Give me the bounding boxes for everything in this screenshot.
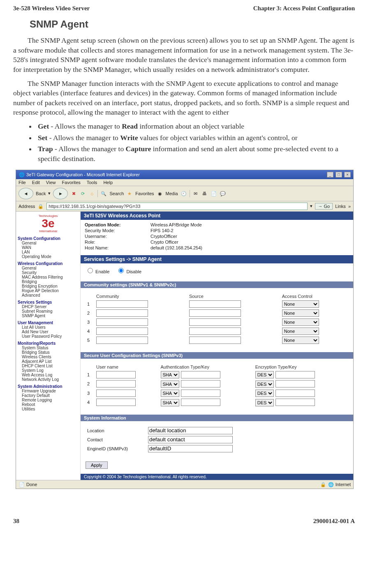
nav-item[interactable]: General [22, 266, 79, 270]
nav-item[interactable]: Reboot [22, 402, 79, 407]
source-input[interactable] [189, 300, 241, 308]
favorites-icon[interactable]: ★ [126, 190, 133, 197]
menu-file[interactable]: File [19, 180, 26, 185]
engineid-input[interactable] [148, 445, 233, 452]
discuss-icon[interactable]: 💬 [220, 190, 226, 197]
auth-type-select[interactable]: SHA [161, 390, 179, 397]
community-input[interactable] [96, 318, 148, 326]
address-dropdown-icon[interactable]: ▾ [310, 203, 312, 209]
back-dropdown-icon[interactable]: ▾ [48, 191, 51, 196]
links-label[interactable]: Links [335, 204, 346, 209]
source-input[interactable] [189, 337, 241, 344]
mail-icon[interactable]: ✉ [192, 190, 199, 197]
maximize-button[interactable]: □ [336, 172, 342, 178]
nav-item[interactable]: Operating Mode [22, 254, 79, 259]
nav-item[interactable]: SNMP Agent [22, 314, 79, 318]
nav-item[interactable]: System Status [22, 346, 79, 350]
media-label[interactable]: Media [166, 191, 178, 196]
search-label[interactable]: Search [109, 191, 124, 196]
nav-item[interactable]: User Password Policy [22, 334, 79, 339]
nav-item[interactable]: Remote Logging [22, 398, 79, 402]
auth-key-input[interactable] [181, 380, 220, 387]
nav-item[interactable]: Utilities [22, 407, 79, 411]
username-input[interactable] [96, 380, 136, 387]
source-input[interactable] [189, 318, 241, 326]
apply-button[interactable]: Apply [86, 461, 108, 469]
nav-item[interactable]: Security [22, 270, 79, 275]
menu-help[interactable]: Help [103, 180, 113, 185]
menu-view[interactable]: View [46, 180, 56, 185]
enc-key-input[interactable] [275, 371, 315, 378]
address-input[interactable] [46, 203, 308, 210]
nav-item[interactable]: Firmware Upgrade [22, 389, 79, 393]
source-input[interactable] [189, 309, 241, 317]
enc-type-select[interactable]: DES [255, 380, 274, 388]
enc-type-select[interactable]: DES [255, 399, 274, 406]
nav-item[interactable]: Network Activity Log [22, 377, 79, 382]
nav-item[interactable]: System Log [22, 368, 79, 373]
source-input[interactable] [189, 327, 241, 335]
nav-item[interactable]: Factory Default [22, 393, 79, 398]
nav-item[interactable]: Adjacent AP List [22, 359, 79, 364]
nav-item[interactable]: List All Users [22, 325, 79, 330]
access-select[interactable]: None [282, 337, 319, 344]
nav-item[interactable]: Web Access Log [22, 373, 79, 377]
enc-type-select[interactable]: DES [255, 390, 274, 397]
username-input[interactable] [96, 399, 136, 406]
edit-icon[interactable]: 📄 [211, 190, 217, 197]
nav-item[interactable]: Wireless Clients [22, 355, 79, 359]
nav-item[interactable]: DHCP Server [22, 304, 79, 309]
history-icon[interactable]: 🕘 [181, 190, 187, 197]
username-input[interactable] [96, 371, 136, 378]
print-icon[interactable]: 🖶 [201, 190, 208, 197]
enc-key-input[interactable] [275, 390, 315, 397]
community-input[interactable] [96, 337, 148, 344]
refresh-icon[interactable]: ⟳ [79, 190, 86, 197]
links-chevron-icon[interactable]: » [348, 204, 351, 209]
nav-item[interactable]: LAN [22, 250, 79, 254]
nav-item[interactable]: MAC Address Filtering [22, 275, 79, 279]
auth-type-select[interactable]: SHA [161, 399, 179, 406]
nav-item[interactable]: Advanced [22, 293, 79, 297]
back-button[interactable]: ◄ [19, 188, 33, 199]
access-select[interactable]: None [282, 327, 319, 335]
community-input[interactable] [96, 327, 148, 335]
auth-key-input[interactable] [181, 399, 220, 406]
close-button[interactable]: × [344, 172, 351, 178]
nav-item[interactable]: WAN [22, 245, 79, 250]
nav-item[interactable]: Bridging Encryption [22, 284, 79, 288]
nav-item[interactable]: Add New User [22, 330, 79, 334]
auth-key-input[interactable] [181, 390, 220, 397]
search-icon[interactable]: 🔍 [100, 190, 107, 197]
enc-key-input[interactable] [275, 380, 315, 387]
go-button[interactable]: → Go [315, 203, 333, 210]
auth-key-input[interactable] [181, 371, 220, 378]
nav-item[interactable]: Bridging [22, 279, 79, 284]
enc-key-input[interactable] [275, 399, 315, 406]
disable-radio[interactable]: Disable [116, 269, 141, 274]
community-input[interactable] [96, 300, 148, 308]
auth-type-select[interactable]: SHA [161, 371, 179, 378]
nav-item[interactable]: General [22, 241, 79, 245]
nav-item[interactable]: Rogue AP Detection [22, 288, 79, 293]
location-input[interactable] [148, 427, 233, 434]
access-select[interactable]: None [282, 300, 319, 308]
back-label[interactable]: Back [36, 191, 46, 196]
stop-icon[interactable]: ✖ [70, 190, 77, 197]
nav-item[interactable]: Bridging Status [22, 350, 79, 355]
nav-item[interactable]: DHCP Client List [22, 364, 79, 368]
username-input[interactable] [96, 390, 136, 397]
minimize-button[interactable]: _ [327, 172, 333, 178]
menu-tools[interactable]: Tools [87, 180, 97, 185]
auth-type-select[interactable]: SHA [161, 380, 179, 388]
contact-input[interactable] [148, 436, 233, 443]
access-select[interactable]: None [282, 309, 319, 317]
enable-radio[interactable]: Enable [86, 269, 109, 274]
nav-item[interactable]: Subnet Roaming [22, 309, 79, 314]
home-icon[interactable]: ⌂ [88, 190, 95, 197]
enc-type-select[interactable]: DES [255, 371, 274, 378]
access-select[interactable]: None [282, 318, 319, 326]
menu-favorites[interactable]: Favorites [62, 180, 81, 185]
media-icon[interactable]: ◉ [157, 190, 163, 197]
menu-edit[interactable]: Edit [32, 180, 40, 185]
